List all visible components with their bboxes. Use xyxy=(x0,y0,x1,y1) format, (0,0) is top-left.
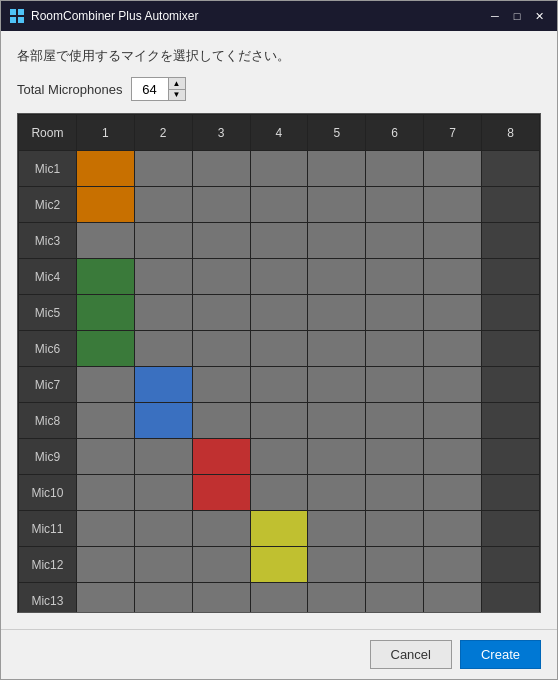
cell-mic12-col5[interactable] xyxy=(308,547,366,583)
cell-mic13-col4[interactable] xyxy=(250,583,308,613)
cell-mic6-col1[interactable] xyxy=(76,331,134,367)
mic-count-spinner[interactable]: ▲ ▼ xyxy=(131,77,186,101)
cell-mic2-col1[interactable] xyxy=(76,187,134,223)
cell-mic11-col5[interactable] xyxy=(308,511,366,547)
cell-mic1-col8[interactable] xyxy=(482,151,540,187)
cell-mic8-col8[interactable] xyxy=(482,403,540,439)
cell-mic6-col2[interactable] xyxy=(134,331,192,367)
cell-mic8-col1[interactable] xyxy=(76,403,134,439)
cell-mic5-col6[interactable] xyxy=(366,295,424,331)
maximize-button[interactable]: □ xyxy=(507,6,527,26)
cell-mic2-col3[interactable] xyxy=(192,187,250,223)
cell-mic5-col1[interactable] xyxy=(76,295,134,331)
spinner-down-button[interactable]: ▼ xyxy=(169,89,185,100)
mic-count-input[interactable] xyxy=(132,78,168,100)
cell-mic3-col8[interactable] xyxy=(482,223,540,259)
cell-mic11-col1[interactable] xyxy=(76,511,134,547)
create-button[interactable]: Create xyxy=(460,640,541,669)
cell-mic4-col5[interactable] xyxy=(308,259,366,295)
cell-mic2-col5[interactable] xyxy=(308,187,366,223)
cell-mic10-col1[interactable] xyxy=(76,475,134,511)
cell-mic13-col6[interactable] xyxy=(366,583,424,613)
spinner-up-button[interactable]: ▲ xyxy=(169,78,185,89)
cell-mic10-col5[interactable] xyxy=(308,475,366,511)
close-button[interactable]: ✕ xyxy=(529,6,549,26)
cell-mic1-col6[interactable] xyxy=(366,151,424,187)
cell-mic1-col2[interactable] xyxy=(134,151,192,187)
cell-mic10-col7[interactable] xyxy=(424,475,482,511)
cell-mic11-col6[interactable] xyxy=(366,511,424,547)
cell-mic12-col1[interactable] xyxy=(76,547,134,583)
cell-mic4-col1[interactable] xyxy=(76,259,134,295)
cell-mic7-col6[interactable] xyxy=(366,367,424,403)
cell-mic12-col3[interactable] xyxy=(192,547,250,583)
cell-mic10-col8[interactable] xyxy=(482,475,540,511)
cell-mic9-col7[interactable] xyxy=(424,439,482,475)
cancel-button[interactable]: Cancel xyxy=(370,640,452,669)
cell-mic3-col3[interactable] xyxy=(192,223,250,259)
cell-mic4-col3[interactable] xyxy=(192,259,250,295)
cell-mic2-col7[interactable] xyxy=(424,187,482,223)
cell-mic9-col5[interactable] xyxy=(308,439,366,475)
cell-mic10-col4[interactable] xyxy=(250,475,308,511)
cell-mic4-col2[interactable] xyxy=(134,259,192,295)
cell-mic11-col4[interactable] xyxy=(250,511,308,547)
cell-mic5-col4[interactable] xyxy=(250,295,308,331)
cell-mic13-col5[interactable] xyxy=(308,583,366,613)
cell-mic13-col1[interactable] xyxy=(76,583,134,613)
cell-mic10-col3[interactable] xyxy=(192,475,250,511)
cell-mic8-col4[interactable] xyxy=(250,403,308,439)
cell-mic9-col6[interactable] xyxy=(366,439,424,475)
cell-mic3-col6[interactable] xyxy=(366,223,424,259)
cell-mic5-col7[interactable] xyxy=(424,295,482,331)
cell-mic8-col5[interactable] xyxy=(308,403,366,439)
cell-mic7-col4[interactable] xyxy=(250,367,308,403)
cell-mic2-col2[interactable] xyxy=(134,187,192,223)
cell-mic8-col6[interactable] xyxy=(366,403,424,439)
cell-mic3-col4[interactable] xyxy=(250,223,308,259)
minimize-button[interactable]: ─ xyxy=(485,6,505,26)
cell-mic13-col3[interactable] xyxy=(192,583,250,613)
cell-mic12-col2[interactable] xyxy=(134,547,192,583)
cell-mic7-col5[interactable] xyxy=(308,367,366,403)
cell-mic8-col3[interactable] xyxy=(192,403,250,439)
cell-mic1-col1[interactable] xyxy=(76,151,134,187)
cell-mic10-col6[interactable] xyxy=(366,475,424,511)
cell-mic2-col6[interactable] xyxy=(366,187,424,223)
cell-mic7-col2[interactable] xyxy=(134,367,192,403)
cell-mic7-col1[interactable] xyxy=(76,367,134,403)
cell-mic5-col8[interactable] xyxy=(482,295,540,331)
cell-mic12-col7[interactable] xyxy=(424,547,482,583)
cell-mic11-col3[interactable] xyxy=(192,511,250,547)
cell-mic1-col3[interactable] xyxy=(192,151,250,187)
cell-mic12-col6[interactable] xyxy=(366,547,424,583)
cell-mic6-col6[interactable] xyxy=(366,331,424,367)
cell-mic8-col2[interactable] xyxy=(134,403,192,439)
cell-mic3-col7[interactable] xyxy=(424,223,482,259)
cell-mic3-col5[interactable] xyxy=(308,223,366,259)
cell-mic6-col5[interactable] xyxy=(308,331,366,367)
cell-mic9-col1[interactable] xyxy=(76,439,134,475)
cell-mic4-col6[interactable] xyxy=(366,259,424,295)
cell-mic2-col4[interactable] xyxy=(250,187,308,223)
cell-mic4-col8[interactable] xyxy=(482,259,540,295)
cell-mic7-col3[interactable] xyxy=(192,367,250,403)
cell-mic11-col2[interactable] xyxy=(134,511,192,547)
cell-mic1-col4[interactable] xyxy=(250,151,308,187)
cell-mic9-col4[interactable] xyxy=(250,439,308,475)
cell-mic5-col2[interactable] xyxy=(134,295,192,331)
cell-mic13-col8[interactable] xyxy=(482,583,540,613)
cell-mic12-col8[interactable] xyxy=(482,547,540,583)
cell-mic4-col7[interactable] xyxy=(424,259,482,295)
cell-mic9-col2[interactable] xyxy=(134,439,192,475)
cell-mic1-col5[interactable] xyxy=(308,151,366,187)
cell-mic3-col2[interactable] xyxy=(134,223,192,259)
cell-mic12-col4[interactable] xyxy=(250,547,308,583)
cell-mic11-col8[interactable] xyxy=(482,511,540,547)
cell-mic13-col7[interactable] xyxy=(424,583,482,613)
cell-mic4-col4[interactable] xyxy=(250,259,308,295)
cell-mic11-col7[interactable] xyxy=(424,511,482,547)
cell-mic6-col7[interactable] xyxy=(424,331,482,367)
cell-mic7-col7[interactable] xyxy=(424,367,482,403)
cell-mic6-col8[interactable] xyxy=(482,331,540,367)
